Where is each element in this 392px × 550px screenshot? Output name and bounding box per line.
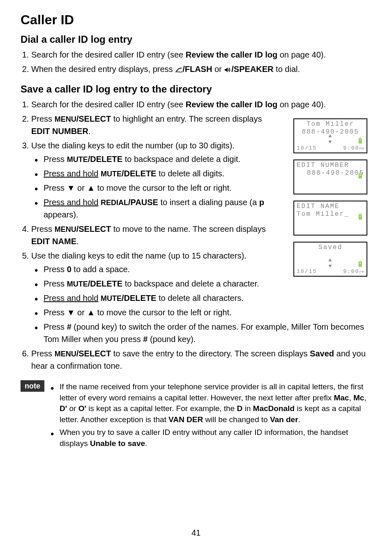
lcd1-name: Tom Miller [297, 120, 364, 128]
section-heading-dial: Dial a caller ID log entry [21, 34, 371, 45]
step3-bullet-4: Press and hold REDIAL/PAUSE to insert a … [44, 196, 278, 221]
save-step-6: Press MENU/SELECT to save the entry to t… [31, 347, 371, 372]
note-bullet-2: When you try to save a caller ID entry w… [60, 427, 371, 449]
arrow-down-icon: ▼ [67, 308, 75, 317]
lcd1-arrows-icon: ▲▼ [329, 133, 332, 145]
battery-icon: 🔋 [357, 137, 364, 144]
save-step-1: Search for the desired caller ID entry (… [31, 98, 371, 111]
lcd2-title: EDIT NUMBER [297, 162, 364, 169]
note-box: note If the name received from your tele… [21, 380, 371, 451]
svg-text:TALK: TALK [177, 71, 182, 73]
step5-bullet-2: Press MUTE/DELETE to backspace and delet… [44, 277, 290, 290]
arrow-up-icon: ▲ [87, 308, 95, 317]
note-bullets: If the name received from your telephone… [49, 381, 371, 449]
save-step-2: Press MENU/SELECT to highlight an entry.… [31, 113, 278, 137]
battery-icon: 🔋 [357, 261, 364, 268]
lcd-screen-4: Saved ▲▼ 🔋 10/15 9:00PM [293, 242, 367, 277]
page-number: 41 [191, 528, 201, 538]
dial-step-1: Search for the desired caller ID entry (… [31, 49, 371, 61]
battery-icon: 🔋 [357, 213, 364, 220]
step5-bullet-5: Press # (pound key) to switch the order … [44, 321, 371, 345]
step5-bullet-3: Press and hold MUTE/DELETE to delete all… [44, 292, 290, 304]
content-wrapper: Save a caller ID log entry to the direct… [21, 83, 371, 372]
arrow-up-icon: ▲ [87, 183, 95, 192]
note-bullet-1: If the name received from your telephone… [60, 381, 371, 425]
lcd-screen-3: EDIT NAME Tom Miller_ 🔋 [293, 201, 367, 236]
step3-bullet-2: Press and hold MUTE/DELETE to delete all… [44, 167, 278, 180]
lcd-screen-1: Tom Miller 888-490-2005 ▲▼ 🔋 10/15 9:00P… [293, 118, 367, 153]
step3-bullet-3: Press ▼ or ▲ to move the cursor to the l… [44, 182, 278, 194]
lcd2-number: 888-490-2005 [297, 169, 364, 177]
lcd4-bottom: 10/15 9:00PM [297, 268, 364, 275]
step3-bullet-1: Press MUTE/DELETE to backspace and delet… [44, 153, 278, 165]
save-step-4: Press MENU/SELECT to move to the name. T… [31, 223, 278, 247]
lcd1-bottom: 10/15 9:00PM [297, 145, 364, 151]
battery-icon: 🔋 [357, 172, 364, 179]
lcd3-title: EDIT NAME [297, 203, 364, 210]
note-content: If the name received from your telephone… [49, 380, 371, 451]
lcd4-arrows-icon: ▲▼ [329, 257, 332, 269]
page-title: Caller ID [21, 12, 371, 28]
talk-icon: TALK [175, 65, 182, 74]
step3-bullets: Press MUTE/DELETE to backspace and delet… [31, 153, 278, 221]
lcd-screen-2: EDIT NUMBER 888-490-2005 🔋 [293, 159, 367, 194]
section-heading-save: Save a caller ID log entry to the direct… [21, 83, 371, 95]
section-dial: Dial a caller ID log entry Search for th… [21, 34, 371, 75]
note-label: note [21, 380, 44, 392]
speaker-icon [224, 65, 231, 74]
step5-bullet-4: Press ▼ or ▲ to move the cursor to the l… [44, 306, 371, 319]
lcd3-name: Tom Miller_ [297, 210, 364, 218]
lcd4-saved: Saved [297, 244, 364, 252]
arrow-down-icon: ▼ [67, 183, 75, 192]
dial-step-2: When the desired entry displays, press T… [31, 63, 371, 75]
lcd-screens-column: Tom Miller 888-490-2005 ▲▼ 🔋 10/15 9:00P… [293, 118, 367, 283]
dial-steps: Search for the desired caller ID entry (… [21, 49, 371, 75]
save-step-3: Use the dialing keys to edit the number … [31, 139, 278, 221]
